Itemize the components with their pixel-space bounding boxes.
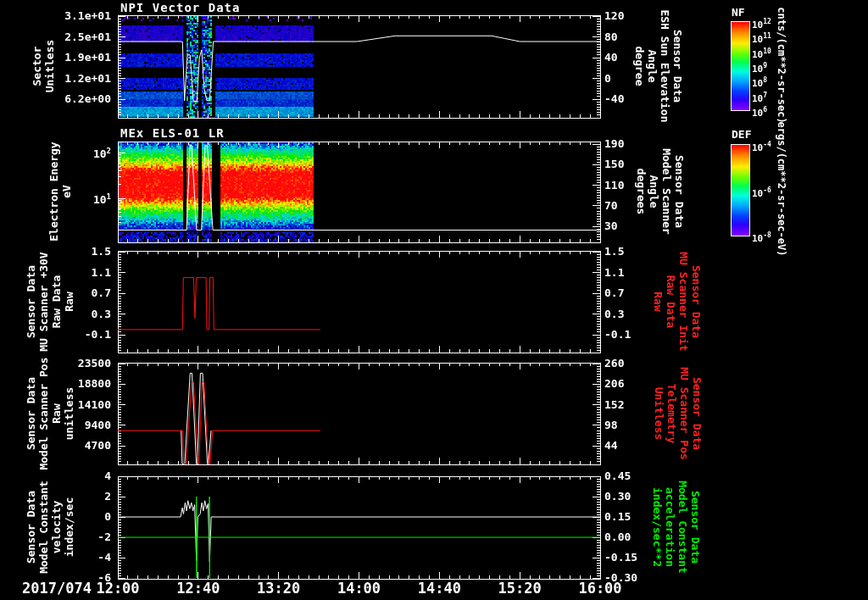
def-colorbar-ticks — [743, 144, 748, 235]
x-ticks-modelconst — [118, 476, 600, 579]
y-ticks-npi — [118, 16, 600, 114]
panel-box-mu30v — [118, 251, 600, 353]
panel-box-modelconst — [118, 476, 600, 579]
series-model-scanner-angle-deg — [118, 145, 600, 230]
series-sun-elevation-deg — [118, 36, 600, 101]
series-mu-scanner-pos-telemetry — [118, 382, 320, 464]
y-ticks-modelconst — [118, 476, 600, 578]
x-ticks-els — [118, 142, 600, 242]
series-model-scanner-pos-raw — [181, 373, 211, 464]
panel-box-els — [118, 142, 600, 242]
x-ticks-mu30v — [118, 251, 600, 353]
series-mu-scanner-30v-raw — [118, 278, 320, 330]
x-ticks-npi — [118, 15, 600, 118]
science-plot-page: NPI Vector Data MEx ELS-01 LR Sector Uni… — [0, 0, 868, 600]
series-model-constant-velocity — [118, 501, 600, 562]
y-ticks-els — [118, 144, 600, 239]
panel-box-npi — [118, 15, 600, 118]
y-ticks-mu30v — [118, 252, 600, 350]
axes-and-series-svg — [0, 0, 868, 600]
nf-colorbar-ticks — [743, 21, 748, 109]
